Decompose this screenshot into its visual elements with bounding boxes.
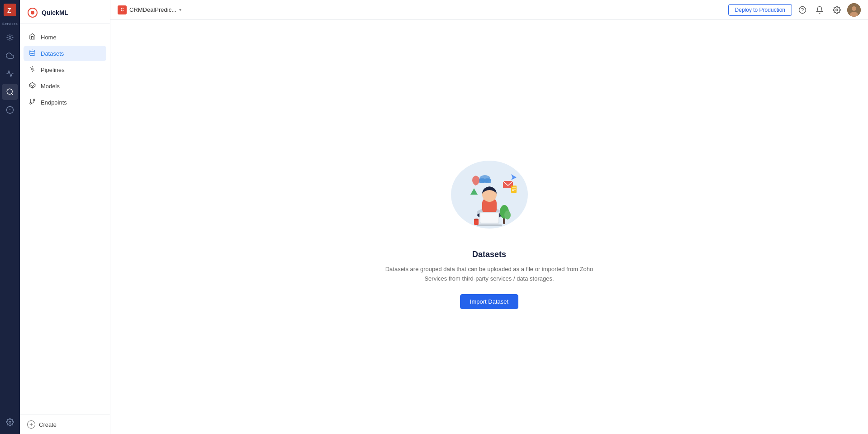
sidebar-footer-create[interactable]: + Create bbox=[20, 415, 110, 434]
svg-point-8 bbox=[9, 421, 11, 424]
sidebar-header: QuickML bbox=[20, 0, 110, 24]
svg-point-20 bbox=[836, 9, 838, 11]
svg-point-10 bbox=[31, 11, 34, 14]
pipelines-icon bbox=[28, 66, 36, 74]
rail-item-flow[interactable] bbox=[2, 102, 18, 118]
help-icon-button[interactable] bbox=[796, 3, 809, 17]
user-avatar[interactable] bbox=[847, 3, 861, 17]
svg-rect-30 bbox=[477, 224, 502, 226]
topbar: C CRMDealPredic... ▾ Deploy to Productio… bbox=[110, 0, 868, 20]
endpoints-icon bbox=[28, 98, 36, 106]
settings-icon-button[interactable] bbox=[830, 3, 844, 17]
svg-point-18 bbox=[799, 6, 806, 13]
sidebar-item-endpoints[interactable]: Endpoints bbox=[24, 95, 106, 110]
project-name: CRMDealPredic... bbox=[129, 6, 176, 13]
sidebar-item-endpoints-label: Endpoints bbox=[41, 99, 67, 106]
datasets-icon bbox=[28, 49, 36, 57]
empty-state-title: Datasets bbox=[472, 250, 506, 259]
svg-point-35 bbox=[474, 219, 479, 220]
quickml-logo-icon bbox=[27, 7, 38, 18]
svg-line-4 bbox=[11, 93, 13, 95]
home-icon bbox=[28, 33, 36, 41]
sidebar-item-models[interactable]: Models bbox=[24, 78, 106, 94]
rail-item-ml[interactable] bbox=[2, 84, 18, 100]
svg-rect-29 bbox=[480, 213, 498, 223]
svg-point-17 bbox=[29, 102, 31, 104]
models-icon bbox=[28, 82, 36, 90]
rail-item-neural[interactable] bbox=[2, 29, 18, 46]
sidebar-item-models-label: Models bbox=[41, 83, 60, 90]
rail-item-cloud[interactable] bbox=[2, 48, 18, 64]
main-content: Datasets Datasets are grouped data that … bbox=[110, 20, 868, 434]
svg-point-2 bbox=[9, 37, 11, 39]
project-selector[interactable]: C CRMDealPredic... ▾ bbox=[118, 5, 181, 14]
rail-item-settings[interactable] bbox=[2, 414, 18, 430]
sidebar-item-pipelines-label: Pipelines bbox=[41, 67, 65, 73]
notifications-icon-button[interactable] bbox=[813, 3, 826, 17]
sidebar: QuickML Home Datasets bbox=[20, 0, 110, 434]
svg-point-22 bbox=[852, 6, 856, 11]
sidebar-item-home[interactable]: Home bbox=[24, 29, 106, 45]
sidebar-footer-label: Create bbox=[39, 421, 57, 428]
svg-point-3 bbox=[7, 89, 12, 94]
svg-text:Z: Z bbox=[7, 7, 11, 14]
svg-point-12 bbox=[31, 68, 33, 70]
rail-logo: Z bbox=[4, 4, 16, 16]
services-label: Services bbox=[2, 22, 18, 26]
sidebar-item-datasets-label: Datasets bbox=[41, 50, 64, 57]
project-chevron-icon: ▾ bbox=[179, 7, 181, 12]
rail-bottom bbox=[2, 414, 18, 430]
icon-rail: Z Services bbox=[0, 0, 20, 434]
sidebar-title: QuickML bbox=[42, 9, 68, 16]
sidebar-item-home-label: Home bbox=[41, 34, 57, 41]
import-dataset-button[interactable]: Import Dataset bbox=[460, 294, 518, 309]
svg-point-11 bbox=[29, 50, 34, 52]
project-logo: C bbox=[118, 5, 127, 14]
deploy-to-production-button[interactable]: Deploy to Production bbox=[728, 4, 792, 16]
empty-state-illustration bbox=[444, 145, 535, 235]
main-area: C CRMDealPredic... ▾ Deploy to Productio… bbox=[110, 0, 868, 434]
empty-state-description: Datasets are grouped data that can be up… bbox=[376, 265, 602, 284]
sidebar-nav: Home Datasets Pipelines bbox=[20, 24, 110, 415]
sidebar-item-pipelines[interactable]: Pipelines bbox=[24, 62, 106, 77]
create-plus-icon: + bbox=[27, 420, 35, 429]
svg-point-16 bbox=[33, 99, 35, 101]
sidebar-item-datasets[interactable]: Datasets bbox=[24, 46, 106, 61]
svg-point-33 bbox=[504, 210, 511, 219]
svg-rect-42 bbox=[479, 179, 491, 183]
rail-item-analytics[interactable] bbox=[2, 66, 18, 82]
